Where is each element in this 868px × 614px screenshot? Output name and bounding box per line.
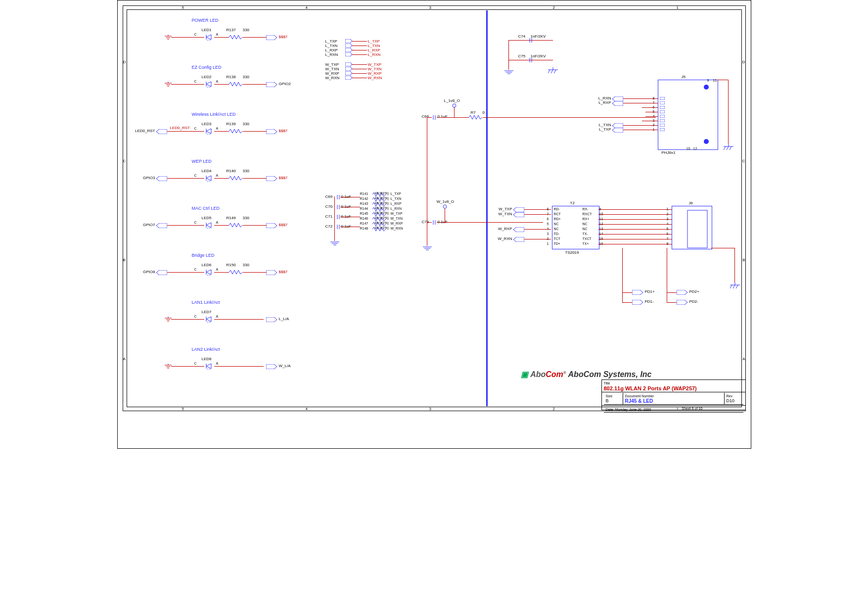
led-anode: A bbox=[216, 127, 219, 130]
rj45-contact-icon bbox=[660, 119, 665, 122]
svg-marker-65 bbox=[345, 67, 352, 71]
svg-marker-109 bbox=[612, 101, 623, 106]
svg-marker-36 bbox=[206, 270, 211, 275]
cap-ref: C69 bbox=[325, 194, 333, 199]
led-ref: LED8 bbox=[202, 357, 212, 361]
res-val: 330 bbox=[243, 216, 249, 220]
date-value: Monday, June 26, 2006 bbox=[615, 408, 651, 411]
t2-pin-left: 1 bbox=[547, 242, 549, 245]
t2-pinname-left: RD- bbox=[554, 207, 560, 211]
offpage-port bbox=[345, 39, 352, 43]
res-ref: R140 bbox=[227, 169, 236, 173]
svg-line-124 bbox=[730, 285, 732, 288]
port-label: W_RXP bbox=[489, 227, 512, 231]
svg-marker-35 bbox=[266, 223, 277, 228]
term-net: L_RXP bbox=[391, 202, 402, 205]
res-ref: R137 bbox=[227, 28, 236, 32]
zone-d-right: D bbox=[742, 60, 745, 64]
svg-line-53 bbox=[207, 369, 208, 370]
led-anode: A bbox=[216, 221, 219, 224]
led-ref: LED3 bbox=[202, 122, 212, 126]
res-val: 49.9(1%) bbox=[375, 226, 389, 230]
term-net: W_RXP bbox=[391, 222, 403, 225]
svg-line-39 bbox=[209, 275, 210, 276]
offpage-port bbox=[632, 290, 643, 295]
led-icon bbox=[204, 269, 214, 276]
res-val: 49.9(1%) bbox=[375, 201, 389, 205]
zone-a-left: A bbox=[123, 357, 126, 361]
term-net: W_RXN bbox=[391, 227, 403, 230]
t2-pinname-right: RX- bbox=[583, 207, 589, 211]
port-label: L_RXP bbox=[588, 100, 611, 105]
svg-line-21 bbox=[209, 134, 210, 135]
zone-4-bot: 4 bbox=[306, 407, 308, 411]
offpage-right-net: W_TXN bbox=[368, 67, 382, 71]
led-icon bbox=[204, 316, 214, 323]
led-cathode: C bbox=[194, 315, 197, 318]
svg-marker-22 bbox=[156, 129, 167, 134]
svg-marker-62 bbox=[345, 48, 352, 52]
date-label: Date: bbox=[606, 408, 614, 411]
c75-ref: C75 bbox=[518, 54, 526, 58]
port-label: GPIO2 bbox=[279, 82, 291, 86]
rj45-contact-icon bbox=[660, 101, 665, 104]
resistor-icon bbox=[229, 129, 243, 134]
zone-d-left: D bbox=[123, 60, 126, 64]
svg-line-3 bbox=[209, 40, 210, 41]
offpage-port bbox=[612, 128, 623, 133]
offpage-port bbox=[345, 67, 352, 71]
svg-marker-67 bbox=[345, 76, 352, 80]
svg-line-20 bbox=[207, 134, 208, 135]
offpage-port bbox=[266, 364, 277, 369]
svg-line-78 bbox=[551, 70, 553, 73]
power-l1v8 bbox=[452, 103, 457, 108]
offpage-port bbox=[156, 270, 167, 275]
led-ref: LED2 bbox=[202, 75, 212, 79]
cap-ref: C72 bbox=[325, 224, 333, 229]
offpage-port bbox=[266, 129, 277, 134]
cap-c73 bbox=[432, 220, 437, 225]
svg-line-44 bbox=[207, 322, 208, 323]
j5-pin10: 10 bbox=[686, 147, 690, 150]
r7-val: 0 bbox=[483, 110, 485, 115]
port-label: PD2+ bbox=[689, 289, 699, 294]
res-val: 49.9(1%) bbox=[375, 221, 389, 225]
j5-ref: J5 bbox=[682, 75, 685, 79]
led-section-title: WEP LED bbox=[192, 159, 212, 164]
rev-label: Rev bbox=[727, 394, 732, 398]
t2-pinname-right: RXCT bbox=[583, 212, 592, 216]
port-label: $$$7 bbox=[279, 176, 288, 180]
w1v8-label: W_1v8_O bbox=[437, 199, 455, 204]
svg-marker-8 bbox=[266, 35, 277, 40]
j5-part: PHJ8x1 bbox=[662, 150, 676, 155]
led-anode: A bbox=[216, 174, 219, 177]
led-cathode: C bbox=[194, 33, 197, 36]
svg-marker-127 bbox=[632, 290, 643, 295]
offpage-port bbox=[345, 62, 352, 66]
led-ref: LED1 bbox=[202, 28, 212, 32]
res-ref: R148 bbox=[360, 227, 368, 230]
svg-marker-61 bbox=[345, 44, 352, 47]
res-val: 330 bbox=[243, 263, 249, 267]
port-label: L_L/A bbox=[279, 317, 289, 321]
port-label: L_RXN bbox=[588, 96, 611, 100]
zone-2-bot: 2 bbox=[553, 407, 555, 411]
port-label: $$$7 bbox=[279, 129, 288, 133]
svg-rect-101 bbox=[660, 101, 665, 104]
resistor-icon bbox=[229, 223, 243, 228]
svg-point-93 bbox=[453, 104, 456, 107]
port-label: W_TXP bbox=[489, 207, 512, 211]
cap-icon bbox=[336, 225, 340, 229]
res-ref: R144 bbox=[360, 207, 368, 210]
port-label: GPIO3 bbox=[132, 176, 155, 180]
svg-marker-59 bbox=[266, 364, 277, 369]
offpage-port bbox=[156, 176, 167, 181]
res-val: 330 bbox=[243, 28, 249, 32]
t2-pinname-left: RCT bbox=[554, 212, 561, 216]
t2-pinname-left: NC bbox=[554, 222, 559, 226]
t2-pinname-left: TD+ bbox=[554, 242, 560, 245]
svg-rect-103 bbox=[660, 110, 665, 113]
t2-pin-left: 6 bbox=[547, 217, 549, 221]
title-block: Title802.11g WLAN 2 Ports AP (WAP257) Si… bbox=[601, 379, 746, 410]
svg-marker-50 bbox=[266, 317, 277, 322]
